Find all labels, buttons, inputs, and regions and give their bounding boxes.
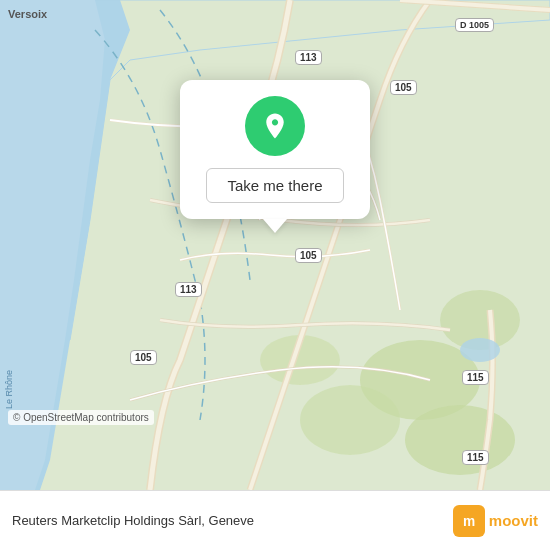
take-me-there-button[interactable]: Take me there [206,168,343,203]
road-label-115b: 115 [462,450,489,465]
moovit-label-text: moovit [489,512,538,529]
road-label-105a: 105 [390,80,417,95]
moovit-icon: m [453,505,485,537]
osm-credit: © OpenStreetMap contributors [8,410,154,425]
pin-circle [245,96,305,156]
svg-point-3 [300,385,400,455]
road-label-105c: 105 [130,350,157,365]
road-label-115a: 115 [462,370,489,385]
company-name-text: Reuters Marketclip Holdings Sàrl, Geneve [12,513,453,528]
svg-text:m: m [463,513,475,528]
place-label-rhone: Le Rhône [4,370,14,409]
moovit-logo: m moovit [453,505,538,537]
road-label-113a: 113 [295,50,322,65]
bottom-bar: Reuters Marketclip Holdings Sàrl, Geneve… [0,490,550,550]
road-label-105b: 105 [295,248,322,263]
place-label-versoix: Versoix [8,8,47,20]
svg-point-6 [460,338,500,362]
moovit-m-icon: m [458,510,480,532]
road-label-113b: 113 [175,282,202,297]
svg-point-4 [405,405,515,475]
map-container: 113 105 113 105 105 115 115 D 1005 Verso… [0,0,550,490]
location-popup: Take me there [180,80,370,219]
road-label-d1005: D 1005 [455,18,494,32]
location-pin-icon [260,111,290,141]
